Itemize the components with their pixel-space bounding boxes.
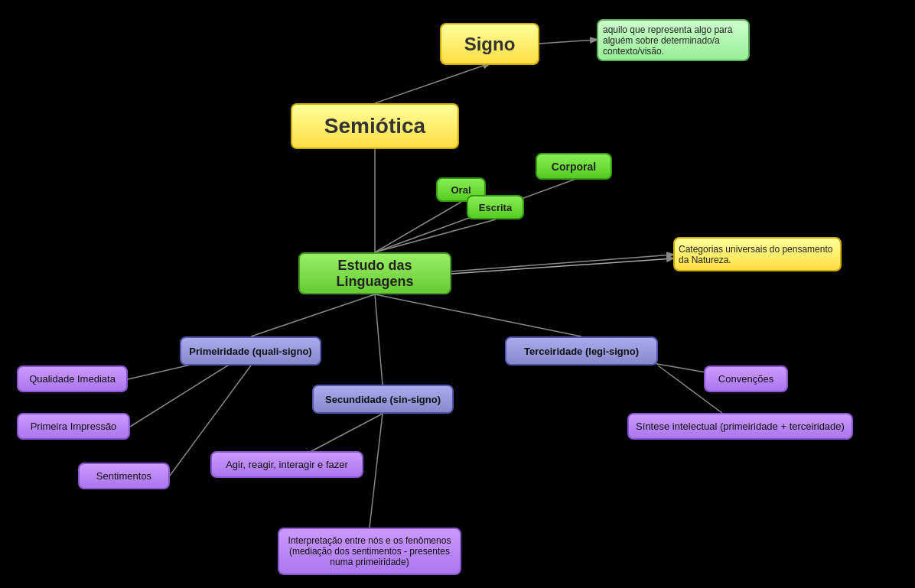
impressao-node[interactable]: Primeira Impressão xyxy=(17,413,130,440)
convencoes-label: Convenções xyxy=(718,373,773,385)
sintese-label: Síntese intelectual (primeiridade + terc… xyxy=(636,421,845,432)
interpretacao-node[interactable]: Interpretação entre nós e os fenômenos (… xyxy=(278,528,461,575)
signo-label: Signo xyxy=(464,34,516,55)
svg-line-3 xyxy=(375,219,496,252)
escrita-node[interactable]: Escrita xyxy=(467,195,524,219)
impressao-label: Primeira Impressão xyxy=(31,421,117,432)
estudo-node[interactable]: Estudo das Linguagens xyxy=(298,252,451,294)
svg-line-15 xyxy=(370,414,383,528)
signo-node[interactable]: Signo xyxy=(440,23,539,65)
interpretacao-label: Interpretação entre nós e os fenômenos (… xyxy=(283,535,456,567)
sintese-node[interactable]: Síntese intelectual (primeiridade + terc… xyxy=(627,413,853,440)
semiotica-node[interactable]: Semiótica xyxy=(291,103,459,149)
qualidade-label: Qualidade Imediata xyxy=(29,373,116,385)
signo-desc-text: aquilo que representa algo para alguém s… xyxy=(603,24,744,57)
sentimentos-label: Sentimentos xyxy=(96,470,151,482)
svg-line-5 xyxy=(451,255,673,271)
estudo-label: Estudo das Linguagens xyxy=(300,258,450,290)
sentimentos-node[interactable]: Sentimentos xyxy=(78,463,170,489)
qualidade-node[interactable]: Qualidade Imediata xyxy=(17,365,128,392)
svg-line-16 xyxy=(539,40,597,44)
svg-line-2 xyxy=(375,202,461,252)
secundidade-label: Secundidade (sin-signo) xyxy=(325,394,441,405)
corporal-node[interactable]: Corporal xyxy=(536,153,612,180)
agir-label: Agir, reagir, interagir e fazer xyxy=(226,459,348,470)
corporal-label: Corporal xyxy=(552,161,596,173)
svg-line-6 xyxy=(251,294,375,336)
oral-label: Oral xyxy=(451,184,471,196)
primeiridade-node[interactable]: Primeiridade (quali-signo) xyxy=(180,336,321,365)
agir-node[interactable]: Agir, reagir, interagir e fazer xyxy=(210,451,363,478)
svg-line-8 xyxy=(375,294,383,385)
semiotica-label: Semiótica xyxy=(324,114,425,138)
svg-line-0 xyxy=(375,63,490,103)
primeiridade-label: Primeiridade (quali-signo) xyxy=(189,346,311,357)
signo-desc-node: aquilo que representa algo para alguém s… xyxy=(597,19,750,61)
escrita-label: Escrita xyxy=(479,202,512,213)
terceiridade-node[interactable]: Terceiridade (legi-signo) xyxy=(505,336,658,365)
cat-node: Categorias universais do pensamento da N… xyxy=(673,237,842,271)
svg-line-17 xyxy=(451,258,673,274)
svg-line-7 xyxy=(375,294,581,336)
terceiridade-label: Terceiridade (legi-signo) xyxy=(524,346,639,357)
cat-label: Categorias universais do pensamento da N… xyxy=(679,244,836,265)
secundidade-node[interactable]: Secundidade (sin-signo) xyxy=(312,385,454,414)
convencoes-node[interactable]: Convenções xyxy=(704,365,788,392)
